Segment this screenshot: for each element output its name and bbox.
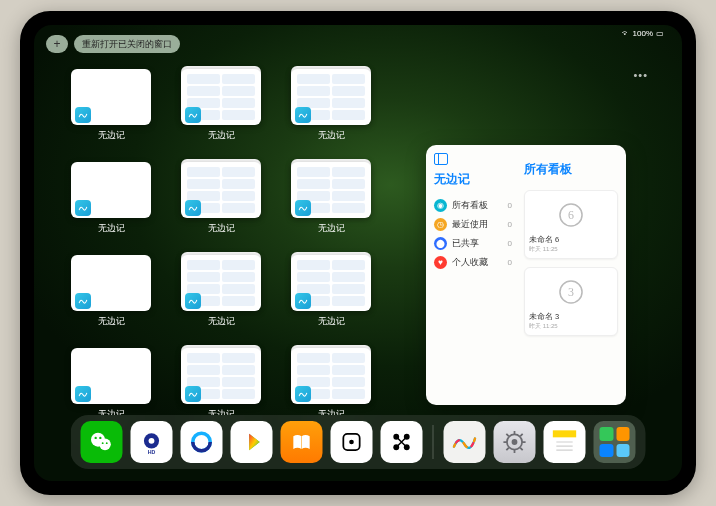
window-thumb-label: 无边记 (98, 129, 125, 142)
ipad-frame: ᯤ 100% ▭ + 重新打开已关闭的窗口 无边记无边记无边记无边记无边记无边记… (20, 11, 696, 495)
nav-label: 已共享 (452, 238, 479, 250)
dock-app-notes[interactable] (544, 421, 586, 463)
window-thumb[interactable]: 无边记 (68, 255, 154, 328)
board-subtitle: 昨天 11:25 (529, 322, 558, 331)
window-thumb[interactable]: 无边记 (178, 69, 264, 142)
screen: ᯤ 100% ▭ + 重新打开已关闭的窗口 无边记无边记无边记无边记无边记无边记… (34, 25, 682, 481)
freeform-badge-icon (295, 386, 311, 402)
nav-count: 0 (508, 239, 512, 248)
board-title: 未命名 6 (529, 235, 559, 245)
freeform-badge-icon (185, 200, 201, 216)
board-card[interactable]: 6未命名 6昨天 11:25 (524, 190, 618, 259)
svg-point-8 (102, 442, 104, 444)
dock-app-settings[interactable] (494, 421, 536, 463)
window-thumb[interactable]: 无边记 (178, 348, 264, 421)
svg-text:6: 6 (568, 208, 574, 222)
sidebar-item[interactable]: ⬤已共享0 (434, 234, 512, 253)
dock-app-media[interactable] (231, 421, 273, 463)
dock-app-dice[interactable] (331, 421, 373, 463)
board-title: 未命名 3 (529, 312, 559, 322)
freeform-badge-icon (75, 200, 91, 216)
svg-text:HD: HD (148, 449, 156, 455)
svg-point-6 (95, 437, 97, 439)
window-thumb[interactable]: 无边记 (68, 348, 154, 421)
panel-content: 所有看板 6未命名 6昨天 11:253未命名 3昨天 11:25 (518, 145, 626, 405)
add-button[interactable]: + (46, 35, 68, 53)
svg-line-29 (520, 448, 522, 450)
window-thumb[interactable]: 无边记 (288, 348, 374, 421)
nav-label: 所有看板 (452, 200, 488, 212)
window-thumb[interactable]: 无边记 (288, 162, 374, 235)
window-thumb-label: 无边记 (208, 129, 235, 142)
window-thumb[interactable]: 无边记 (288, 255, 374, 328)
dock-app-freeform[interactable] (444, 421, 486, 463)
window-thumb[interactable]: 无边记 (178, 255, 264, 328)
sidebar-toggle-icon[interactable] (434, 153, 448, 165)
freeform-badge-icon (75, 386, 91, 402)
panel-left-title: 无边记 (434, 171, 512, 188)
svg-line-28 (506, 434, 508, 436)
battery-label: 100% (633, 29, 653, 38)
plus-icon: + (53, 37, 60, 51)
svg-line-30 (520, 434, 522, 436)
svg-point-11 (149, 438, 155, 444)
sidebar-item[interactable]: ◷最近使用0 (434, 215, 512, 234)
dock: HD (71, 415, 646, 469)
wifi-icon: ᯤ (622, 29, 630, 38)
freeform-badge-icon (185, 386, 201, 402)
svg-point-5 (99, 439, 111, 451)
freeform-badge-icon (185, 293, 201, 309)
freeform-badge-icon (75, 107, 91, 123)
board-preview: 6 (541, 195, 601, 235)
reopen-label: 重新打开已关闭的窗口 (82, 38, 172, 51)
nav-icon: ⬤ (434, 237, 447, 250)
app-switcher-grid: 无边记无边记无边记无边记无边记无边记无边记无边记无边记无边记无边记无边记 (68, 69, 428, 421)
dock-app-connect[interactable] (381, 421, 423, 463)
window-thumb-label: 无边记 (208, 315, 235, 328)
nav-count: 0 (508, 258, 512, 267)
dock-app-quark-hd[interactable]: HD (131, 421, 173, 463)
panel-sidebar: 无边记 ◉所有看板0◷最近使用0⬤已共享0♥个人收藏0 (426, 145, 518, 405)
window-thumb-label: 无边记 (98, 222, 125, 235)
dock-app-wechat[interactable] (81, 421, 123, 463)
freeform-badge-icon (75, 293, 91, 309)
svg-text:3: 3 (568, 285, 574, 299)
board-card[interactable]: 3未命名 3昨天 11:25 (524, 267, 618, 336)
battery-icon: ▭ (656, 29, 664, 38)
board-subtitle: 昨天 11:25 (529, 245, 558, 254)
window-thumb[interactable]: 无边记 (288, 69, 374, 142)
window-thumb-label: 无边记 (208, 222, 235, 235)
window-thumb-label: 无边记 (98, 315, 125, 328)
freeform-badge-icon (295, 293, 311, 309)
app-preview-panel[interactable]: 无边记 ◉所有看板0◷最近使用0⬤已共享0♥个人收藏0 所有看板 6未命名 6昨… (426, 145, 626, 405)
freeform-badge-icon (185, 107, 201, 123)
svg-point-7 (99, 437, 101, 439)
window-thumb[interactable]: 无边记 (68, 69, 154, 142)
sidebar-item[interactable]: ♥个人收藏0 (434, 253, 512, 272)
dock-separator (433, 425, 434, 459)
dock-app-books[interactable] (281, 421, 323, 463)
board-preview: 3 (541, 272, 601, 312)
nav-icon: ◉ (434, 199, 447, 212)
ellipsis-icon[interactable]: ••• (633, 69, 648, 81)
dock-app-quark[interactable] (181, 421, 223, 463)
window-thumb-label: 无边记 (318, 315, 345, 328)
window-thumb-label: 无边记 (318, 222, 345, 235)
svg-line-31 (506, 448, 508, 450)
svg-point-17 (349, 440, 354, 445)
window-thumb[interactable]: 无边记 (178, 162, 264, 235)
window-thumb-label: 无边记 (318, 129, 345, 142)
reopen-closed-window-button[interactable]: 重新打开已关闭的窗口 (74, 35, 180, 53)
nav-icon: ♥ (434, 256, 447, 269)
svg-rect-32 (553, 430, 576, 437)
svg-point-23 (512, 439, 518, 445)
nav-label: 最近使用 (452, 219, 488, 231)
top-bar: + 重新打开已关闭的窗口 (46, 35, 180, 53)
nav-count: 0 (508, 201, 512, 210)
sidebar-item[interactable]: ◉所有看板0 (434, 196, 512, 215)
nav-count: 0 (508, 220, 512, 229)
panel-right-title: 所有看板 (524, 161, 618, 178)
dock-app-folder[interactable] (594, 421, 636, 463)
window-thumb[interactable]: 无边记 (68, 162, 154, 235)
freeform-badge-icon (295, 200, 311, 216)
